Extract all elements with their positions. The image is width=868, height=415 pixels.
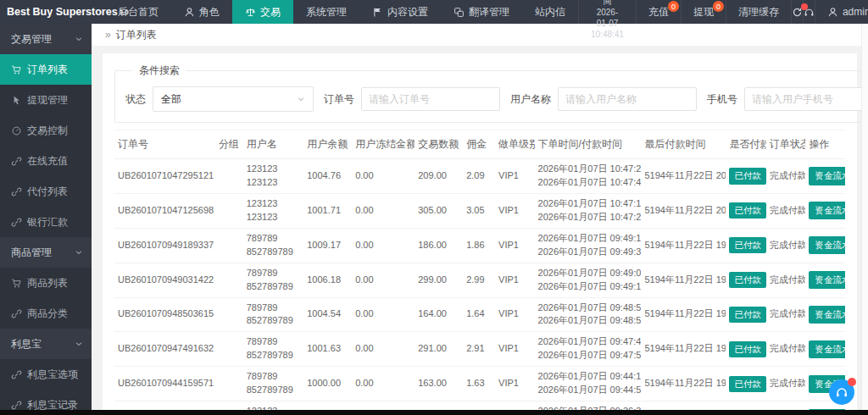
cell-commission: 1.64 (463, 297, 495, 332)
topbar-nav: 后台首页角色交易系统管理内容设置翻译管理站内信 (105, 0, 578, 24)
fund-flow-button[interactable]: 资金流水 (809, 271, 845, 289)
cell-username: 789789852789789 (243, 367, 304, 401)
topbar-recharge-button[interactable]: 充值0 (636, 0, 681, 24)
sidebar-item-withdraw-management[interactable]: 提现管理 (0, 85, 92, 115)
cell-amount: 305.00 (415, 193, 463, 228)
sidebar-item-payment-list[interactable]: 代付列表 (0, 176, 92, 207)
cell-username: 789789852789789 (243, 297, 304, 332)
sidebar-section-goods-management[interactable]: 商品管理 (0, 237, 92, 268)
sidebar-item-bank-remittance[interactable]: 银行汇款 (0, 207, 92, 237)
topnav-content-settings[interactable]: 内容设置 (359, 0, 441, 24)
cart-icon (11, 64, 22, 75)
cell-order-no: UB2601070948503615 (114, 297, 215, 332)
refresh-button[interactable] (791, 0, 803, 24)
customer-service-button[interactable] (829, 379, 854, 405)
table-row: UB26010709491893377897898527897891009.17… (114, 228, 845, 263)
local-time-label: 当地时间 (591, 0, 624, 7)
user-icon (184, 7, 195, 18)
cell-group (215, 193, 243, 228)
status-select[interactable]: 全部 (153, 86, 314, 112)
orders-table-body: UB26010710472951211231231231231004.760.0… (114, 159, 845, 415)
notification-dot (801, 3, 808, 10)
table-row: UB26010710471256981231231231231001.710.0… (114, 193, 845, 228)
cell-last-pay: 5194年11月22日 20:34:08 (641, 159, 726, 194)
topbar-withdraw-button[interactable]: 提现0 (681, 0, 726, 24)
cell-balance: 1001.71 (303, 193, 352, 228)
fund-flow-button[interactable]: 资金流水 (809, 167, 845, 185)
cell-balance: 1004.54 (303, 297, 352, 332)
cell-balance: 1000.00 (303, 367, 352, 401)
cell-commission: 3.05 (463, 193, 495, 228)
user-menu[interactable]: admin (815, 0, 868, 24)
sidebar-section-goods-management-label: 商品管理 (11, 246, 52, 260)
service-notification-dot (848, 378, 856, 386)
cell-paid: 已付款 (726, 228, 765, 263)
link-icon (11, 369, 22, 380)
status-select-value: 全部 (161, 92, 181, 107)
topnav-system[interactable]: 系统管理 (293, 0, 359, 24)
sidebar-item-goods-list[interactable]: 商品列表 (0, 268, 92, 298)
topnav-trade-label: 交易 (260, 5, 281, 19)
app-logo: Best Buy Superstores 3.0 (0, 0, 105, 24)
sidebar-section-interest-treasure[interactable]: 利息宝 (0, 329, 92, 359)
cell-status: 完成付款 (766, 228, 806, 263)
cell-last-pay: 5194年11月22日 19:30:54 (641, 367, 726, 401)
cell-username: 123123123123 (243, 159, 304, 194)
cell-frozen: 0.00 (352, 367, 415, 401)
status-label: 状态 (125, 92, 146, 107)
topbar-quick: 充值0提现0清理缓存 (636, 0, 791, 24)
cell-balance: 1001.63 (303, 332, 352, 367)
topbar-clear-cache-button[interactable]: 清理缓存 (726, 0, 791, 24)
topnav-translation[interactable]: 翻译管理 (441, 0, 522, 24)
cell-action: 资金流水 (805, 193, 845, 228)
user-name-input[interactable] (558, 87, 697, 111)
cell-frozen: 0.00 (352, 228, 415, 263)
paid-badge: 已付款 (729, 376, 765, 392)
column-header: 分组 (215, 130, 243, 159)
fund-flow-button[interactable]: 资金流水 (809, 340, 845, 358)
cell-order-no: UB2601070949189337 (114, 228, 215, 263)
chevron-down-icon (75, 248, 83, 257)
topnav-roles[interactable]: 角色 (171, 0, 232, 24)
sidebar-item-order-list[interactable]: 订单列表 (0, 54, 92, 85)
cell-group (215, 263, 243, 297)
topnav-home[interactable]: 后台首页 (105, 0, 171, 24)
cell-level: VIP1 (495, 193, 535, 228)
cell-level: VIP1 (495, 263, 535, 297)
sidebar-item-interest-options[interactable]: 利息宝选项 (0, 359, 92, 390)
topnav-site-mail-label: 站内信 (535, 5, 565, 19)
cell-amount: 291.00 (415, 332, 463, 367)
sidebar-item-online-recharge[interactable]: 在线充值 (0, 146, 92, 176)
cart-icon (11, 278, 22, 289)
sidebar-item-withdraw-management-label: 提现管理 (27, 93, 68, 108)
cell-status: 完成付款 (766, 297, 806, 332)
sidebar-item-goods-category[interactable]: 商品分类 (0, 298, 92, 329)
cell-frozen: 0.00 (352, 297, 415, 332)
chevron-down-icon (75, 35, 83, 43)
phone-input[interactable] (744, 87, 868, 111)
cell-amount: 163.00 (415, 367, 463, 401)
cell-balance: 1009.17 (303, 228, 352, 263)
chevron-down-icon (75, 340, 83, 348)
topnav-site-mail[interactable]: 站内信 (522, 0, 578, 24)
order-no-group: 订单号 (324, 87, 500, 111)
scrollbar[interactable] (861, 24, 868, 415)
topnav-trade[interactable]: 交易 (232, 0, 293, 24)
order-no-input[interactable] (361, 87, 500, 111)
sidebar-section-trade-management-label: 交易管理 (11, 32, 52, 47)
cell-commission: 1.63 (463, 367, 495, 401)
topnav-home-label: 后台首页 (118, 5, 159, 19)
cell-username: 789789852789789 (243, 263, 304, 297)
sidebar-item-online-recharge-label: 在线充值 (27, 154, 68, 169)
fund-flow-button[interactable]: 资金流水 (809, 306, 845, 324)
sidebar-item-trade-control[interactable]: 交易控制 (0, 115, 92, 146)
notifications-button[interactable] (803, 0, 815, 24)
column-header: 操作 (805, 130, 845, 159)
cell-commission: 2.91 (463, 332, 495, 367)
fund-flow-button[interactable]: 资金流水 (809, 202, 845, 219)
fund-flow-button[interactable]: 资金流水 (809, 236, 845, 254)
withdraw-count-badge: 0 (713, 1, 724, 12)
sidebar-section-trade-management[interactable]: 交易管理 (0, 24, 92, 54)
table-row: UB26010709490314227897898527897891006.18… (114, 263, 845, 297)
orders-table-head-row: 订单号分组用户名用户余额用户冻结金额交易数额佣金做单级别下单时间/付款时间最后付… (114, 130, 845, 159)
